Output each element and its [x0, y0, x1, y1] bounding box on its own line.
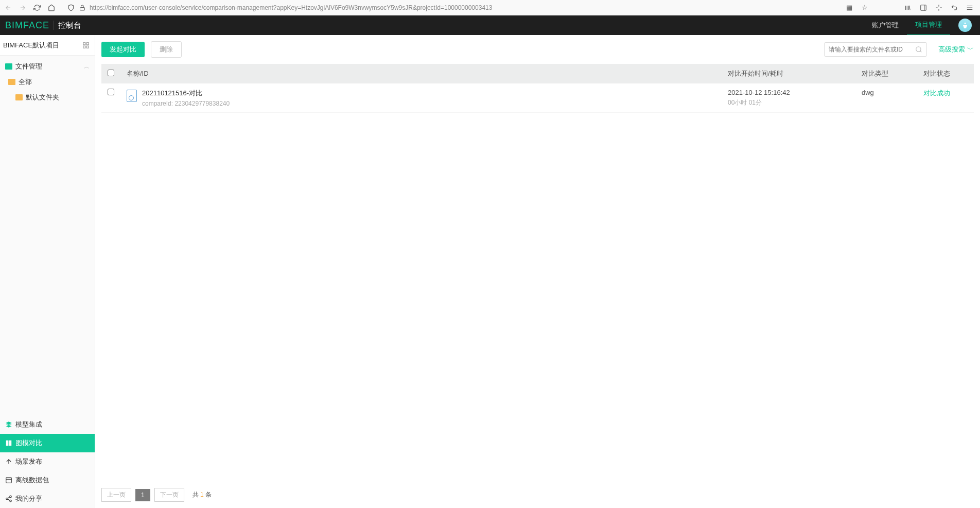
- logo-sub: 控制台: [58, 21, 81, 30]
- svg-rect-6: [6, 441, 9, 446]
- svg-point-11: [10, 500, 12, 502]
- col-start-time: 对比开始时间/耗时: [722, 64, 855, 83]
- tree-label: 全部: [19, 77, 32, 87]
- advanced-search-link[interactable]: 高级搜索 ﹀: [938, 45, 974, 54]
- home-button[interactable]: [47, 4, 56, 12]
- qr-icon[interactable]: ▦: [845, 4, 853, 12]
- shield-icon: [67, 4, 75, 12]
- sidebar-item-my-share[interactable]: 我的分享: [0, 489, 95, 508]
- package-icon: [5, 477, 12, 484]
- sidebar: BIMFACE默认项目 文件管理 ︿ 全部 默认文件夹: [0, 35, 95, 508]
- logo-area: BIMFACE 控制台: [5, 20, 81, 31]
- folder-icon: [5, 63, 12, 70]
- compare-table: 名称/ID 对比开始时间/耗时 对比类型 对比状态 20211: [101, 64, 974, 113]
- bookmark-icon[interactable]: ☆: [861, 4, 869, 12]
- svg-rect-0: [80, 7, 85, 10]
- row-name: 202110121516-对比: [142, 89, 230, 98]
- sidebar-item-label: 模型集成: [15, 420, 42, 429]
- svg-rect-4: [83, 46, 85, 48]
- project-header: BIMFACE默认项目: [0, 35, 95, 56]
- sidebar-item-offline-package[interactable]: 离线数据包: [0, 471, 95, 489]
- main-content: 发起对比 删除 高级搜索 ﹀ 名称/ID 对比开始时间/耗时: [95, 35, 980, 508]
- row-compare-id: compareId: 2230429779838240: [142, 100, 230, 107]
- sidebar-item-label: 图模对比: [15, 438, 42, 448]
- adv-search-label: 高级搜索: [938, 45, 965, 54]
- side-menu: 模型集成 图模对比 场景发布 离线数据包: [0, 415, 95, 508]
- tree-label: 文件管理: [15, 62, 42, 71]
- reload-button[interactable]: [33, 4, 41, 12]
- select-all-checkbox[interactable]: [108, 70, 114, 76]
- col-status: 对比状态: [917, 64, 974, 83]
- apps-icon[interactable]: [82, 42, 90, 49]
- nav-account[interactable]: 账户管理: [864, 15, 907, 35]
- undo-icon[interactable]: [950, 4, 958, 12]
- browser-toolbar: https://bimface.com/user-console/service…: [0, 0, 980, 15]
- layers-icon: [5, 421, 12, 428]
- action-bar: 发起对比 删除 高级搜索 ﹀: [101, 41, 974, 58]
- page-total: 共 1 条: [192, 490, 212, 499]
- library-icon[interactable]: [904, 4, 912, 12]
- folder-icon: [15, 94, 23, 100]
- browser-right-icons: ▦ ☆: [845, 4, 974, 12]
- tree-default-folder[interactable]: 默认文件夹: [0, 90, 95, 105]
- pagination: 上一页 1 下一页 共 1 条: [101, 482, 974, 508]
- svg-rect-3: [86, 42, 89, 44]
- svg-point-10: [6, 498, 8, 500]
- tree-all[interactable]: 全部: [0, 74, 95, 90]
- svg-point-12: [916, 47, 921, 52]
- forward-button[interactable]: [19, 4, 27, 12]
- app-header: BIMFACE 控制台 账户管理 项目管理: [0, 15, 980, 35]
- col-type: 对比类型: [855, 64, 917, 83]
- row-duration: 00小时 01分: [728, 98, 849, 107]
- row-checkbox[interactable]: [108, 89, 114, 95]
- publish-icon: [5, 458, 12, 465]
- search-icon[interactable]: [915, 46, 922, 53]
- sidebar-item-compare[interactable]: 图模对比: [0, 434, 95, 452]
- sidebar-item-scene-publish[interactable]: 场景发布: [0, 452, 95, 471]
- svg-rect-7: [9, 441, 12, 446]
- file-icon: [127, 90, 137, 102]
- url-bar[interactable]: https://bimface.com/user-console/service…: [63, 4, 838, 12]
- header-nav: 账户管理 项目管理: [864, 15, 972, 36]
- prev-page-button[interactable]: 上一页: [101, 488, 131, 502]
- tree-file-manage[interactable]: 文件管理 ︿: [0, 59, 95, 74]
- svg-rect-2: [83, 42, 85, 44]
- table-wrapper: 名称/ID 对比开始时间/耗时 对比类型 对比状态 20211: [101, 64, 974, 482]
- avatar[interactable]: [958, 19, 972, 32]
- sidebar-item-model-integration[interactable]: 模型集成: [0, 415, 95, 434]
- nav-project[interactable]: 项目管理: [907, 15, 950, 36]
- sidebar-icon[interactable]: [919, 4, 927, 12]
- name-cell: 202110121516-对比 compareId: 2230429779838…: [127, 89, 715, 107]
- row-start-time: 2021-10-12 15:16:42: [728, 89, 849, 96]
- compare-icon: [5, 439, 12, 447]
- delete-button[interactable]: 删除: [151, 41, 182, 58]
- folder-icon: [8, 79, 15, 85]
- share-icon: [5, 495, 12, 502]
- sidebar-item-label: 场景发布: [15, 457, 42, 466]
- app-body: BIMFACE默认项目 文件管理 ︿ 全部 默认文件夹: [0, 35, 980, 508]
- next-page-button[interactable]: 下一页: [154, 488, 184, 502]
- svg-rect-5: [86, 46, 89, 48]
- file-tree: 文件管理 ︿ 全部 默认文件夹: [0, 56, 95, 108]
- current-page-button[interactable]: 1: [135, 489, 150, 501]
- logo-main: BIMFACE: [5, 20, 49, 31]
- col-name: 名称/ID: [120, 64, 722, 83]
- row-status: 对比成功: [923, 89, 950, 97]
- tree-label: 默认文件夹: [26, 93, 59, 102]
- sidebar-item-label: 离线数据包: [15, 476, 49, 485]
- svg-rect-8: [6, 478, 12, 483]
- table-row[interactable]: 202110121516-对比 compareId: 2230429779838…: [101, 83, 974, 113]
- sidebar-item-label: 我的分享: [15, 494, 42, 503]
- back-button[interactable]: [4, 4, 12, 12]
- lock-icon: [78, 4, 86, 12]
- search-box[interactable]: [824, 42, 927, 57]
- row-type: dwg: [855, 83, 917, 113]
- table-header-row: 名称/ID 对比开始时间/耗时 对比类型 对比状态: [101, 64, 974, 83]
- svg-point-9: [10, 496, 12, 498]
- start-compare-button[interactable]: 发起对比: [101, 42, 145, 57]
- browser-nav-buttons: [4, 4, 56, 12]
- svg-rect-1: [921, 5, 926, 10]
- addon-icon[interactable]: [935, 4, 943, 12]
- menu-icon[interactable]: [966, 4, 974, 12]
- search-input[interactable]: [829, 46, 915, 53]
